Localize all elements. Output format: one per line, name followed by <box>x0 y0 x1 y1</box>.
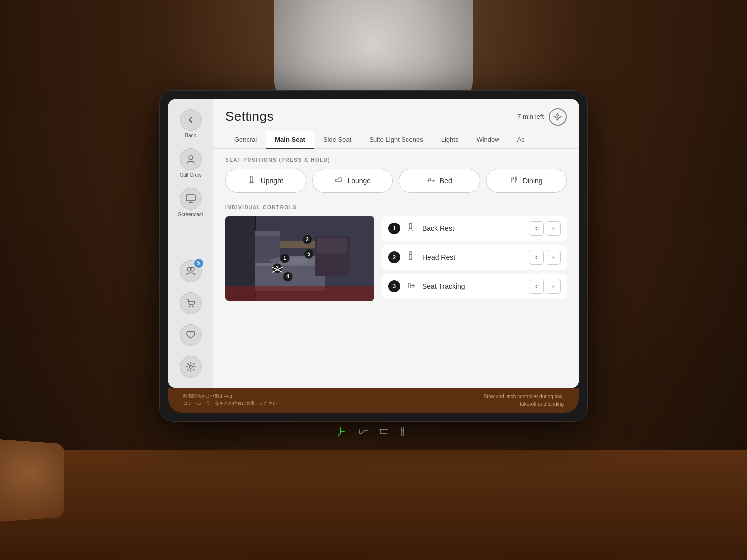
svg-point-4 <box>189 305 190 307</box>
bed-label: Bed <box>440 177 452 185</box>
control-seat-tracking: 3 Seat Tracking <box>382 274 567 299</box>
notification-badge: 5 <box>194 259 203 268</box>
seat-tracking-increase[interactable]: › <box>546 279 561 294</box>
control-backrest: 1 Back Rest <box>382 216 567 241</box>
backrest-increase[interactable]: › <box>546 221 561 236</box>
headrest-num: 2 <box>388 251 400 263</box>
controls-section: 1 2 3 4 5 <box>225 216 567 301</box>
svg-rect-25 <box>317 238 347 253</box>
back-button[interactable]: Back <box>173 109 208 138</box>
svg-point-0 <box>189 156 193 160</box>
lounge-label: Lounge <box>347 177 371 185</box>
svg-rect-1 <box>186 195 195 201</box>
bottom-bed-icon[interactable] <box>378 426 390 441</box>
call-crew-icon <box>180 148 202 170</box>
headrest-decrease[interactable]: ‹ <box>529 250 544 265</box>
seat-point-2: 2 <box>302 234 312 244</box>
upright-icon <box>248 175 257 186</box>
tab-suite-light-scenes[interactable]: Suite Light Scenes <box>360 131 432 149</box>
seat-tracking-num: 3 <box>388 280 400 292</box>
svg-rect-31 <box>409 252 412 254</box>
svg-line-29 <box>409 229 409 231</box>
tabs-container: General Main Seat Side Seat Suite Light … <box>213 131 579 149</box>
tab-lights[interactable]: Lights <box>432 131 468 149</box>
notifications-button[interactable]: 5 <box>173 260 208 282</box>
seat-tracking-controls: ‹ › <box>529 279 561 294</box>
tab-general[interactable]: General <box>225 131 266 149</box>
screencast-button[interactable]: Screencast <box>173 188 208 217</box>
bed-button[interactable]: Bed <box>399 169 480 193</box>
header: Settings 7 min left <box>213 99 579 131</box>
backrest-num: 1 <box>388 223 400 234</box>
headrest-controls: ‹ › <box>529 250 561 265</box>
cart-button[interactable] <box>173 292 208 314</box>
upright-button[interactable]: Upright <box>225 169 306 193</box>
backrest-decrease[interactable]: ‹ <box>529 221 544 236</box>
flight-mode-icon[interactable] <box>549 108 567 126</box>
lounge-button[interactable]: Lounge <box>312 169 393 193</box>
tab-window[interactable]: Window <box>467 131 508 149</box>
seat-point-5: 5 <box>304 249 314 259</box>
screencast-icon <box>180 188 202 210</box>
dining-button[interactable]: Dining <box>486 169 567 193</box>
svg-point-5 <box>192 305 193 307</box>
favorites-button[interactable] <box>173 324 208 346</box>
physical-bottom-icons <box>159 426 588 441</box>
call-crew-label: Call Crew <box>180 172 201 178</box>
seat-point-1: 1 <box>280 253 290 263</box>
upright-label: Upright <box>261 177 283 185</box>
seat-tracking-label: Seat Tracking <box>422 282 524 290</box>
seat-tracking-decrease[interactable]: ‹ <box>529 279 544 294</box>
settings-gear-button[interactable] <box>173 356 208 378</box>
page-title: Settings <box>225 109 274 124</box>
headrest-label: Head Rest <box>422 253 524 261</box>
headrest-icon <box>405 251 417 263</box>
control-headrest: 2 Head Rest ‹ <box>382 245 567 270</box>
heart-icon <box>180 324 202 346</box>
individual-controls-label: INDIVIDUAL CONTROLS <box>225 205 567 210</box>
tablet-dock: 離着陸時および滑走中は コントローラーをもとの位置にお戻しください Stow a… <box>168 388 579 413</box>
svg-rect-7 <box>250 176 252 181</box>
svg-point-6 <box>189 365 192 368</box>
notifications-icon: 5 <box>180 260 202 282</box>
headrest-increase[interactable]: › <box>546 250 561 265</box>
dining-label: Dining <box>523 177 543 185</box>
svg-rect-26 <box>225 286 374 301</box>
header-right: 7 min left <box>517 108 567 126</box>
backrest-label: Back Rest <box>422 224 524 232</box>
bottom-dining-icon[interactable] <box>399 426 411 441</box>
seat-tracking-icon <box>405 280 417 292</box>
dock-text-japanese: 離着陸時および滑走中は コントローラーをもとの位置にお戻しください <box>183 393 277 407</box>
screencast-label: Screencast <box>178 212 203 217</box>
content-area: SEAT POSITIONS (PRESS & HOLD) <box>213 149 579 388</box>
lounge-icon <box>334 175 343 186</box>
backrest-controls: ‹ › <box>529 221 561 236</box>
sidebar: Back Call Crew <box>168 99 213 388</box>
svg-line-30 <box>412 229 412 231</box>
seat-arrows <box>270 265 285 276</box>
bottom-seat-icons <box>336 426 411 441</box>
time-left: 7 min left <box>517 113 544 120</box>
svg-rect-32 <box>409 255 412 260</box>
backrest-icon <box>405 222 417 234</box>
tab-main-seat[interactable]: Main Seat <box>266 131 314 149</box>
back-label: Back <box>185 133 196 138</box>
seat-positions-label: SEAT POSITIONS (PRESS & HOLD) <box>225 157 567 163</box>
tab-side-seat[interactable]: Side Seat <box>314 131 360 149</box>
svg-point-3 <box>190 267 194 271</box>
call-crew-button[interactable]: Call Crew <box>173 148 208 178</box>
bed-icon <box>427 175 436 186</box>
bottom-lounge-icon[interactable] <box>357 426 369 441</box>
svg-rect-22 <box>255 231 280 236</box>
cart-icon <box>180 292 202 314</box>
svg-rect-28 <box>409 223 412 229</box>
dock-text-english: Stow and latch controller during taxi, t… <box>484 393 564 408</box>
back-icon <box>180 109 202 131</box>
seat-positions: Upright Lounge <box>225 169 567 193</box>
bottom-upright-icon[interactable] <box>336 426 348 441</box>
dining-icon <box>510 175 519 186</box>
tab-ac[interactable]: Ac <box>508 131 534 149</box>
seat-diagram-container: 1 2 3 4 5 <box>225 216 374 301</box>
controls-list: 1 Back Rest <box>382 216 567 301</box>
seat-diagram: 1 2 3 4 5 <box>225 216 374 301</box>
